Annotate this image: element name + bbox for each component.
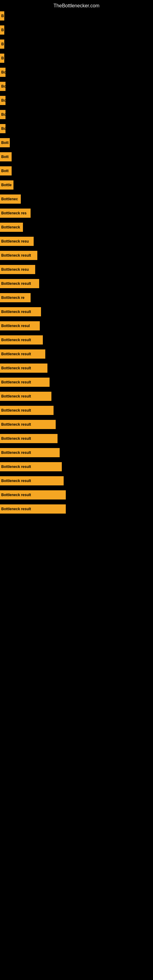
bar-label: Bottleneck result — [0, 335, 43, 345]
bar-row: Bottleneck re — [0, 291, 153, 304]
bar-label: B — [0, 40, 4, 49]
bar-label: B — [0, 25, 4, 35]
bar-label: Bottleneck re — [0, 293, 30, 302]
bar-label: Bottleneck result — [0, 307, 41, 317]
bar-row: Bottleneck result — [0, 305, 153, 318]
bar-row: Bottleneck result — [0, 446, 153, 460]
bar-row: Bott — [0, 150, 153, 164]
bar-row: Bottleneck result — [0, 418, 153, 431]
bar-label: Bottleneck resu — [0, 237, 33, 246]
bar-row: Bottleneck resul — [0, 319, 153, 332]
bar-row: Bottleneck result — [0, 432, 153, 445]
bar-row: Bo — [0, 94, 153, 107]
bar-row: Bottleneck result — [0, 347, 153, 361]
bar-row: Bottleneck resu — [0, 263, 153, 276]
bar-label: Bott — [0, 138, 10, 147]
bar-label: Bottleneck resu — [0, 265, 35, 274]
bar-label: Bo — [0, 110, 5, 119]
bar-label: Bottleneck result — [0, 251, 37, 260]
bar-label: Bottleneck res — [0, 208, 30, 218]
bar-label: Bottleneck result — [0, 490, 66, 500]
bar-row: B — [0, 9, 153, 23]
bar-row: B — [0, 51, 153, 65]
bar-label: Bo — [0, 96, 5, 105]
bar-row: Bott — [0, 136, 153, 150]
bar-label: Bo — [0, 68, 5, 77]
bar-label: B — [0, 54, 4, 63]
bars-container: BBBBBoBoBoBoBoBottBottBottBottleBottlene… — [0, 9, 153, 516]
bar-row: Bottleneck — [0, 221, 153, 234]
bar-label: Bott — [0, 152, 12, 161]
bar-label: Bottleneck result — [0, 364, 48, 373]
bar-row: Bottleneck result — [0, 375, 153, 389]
bar-row: Bottleneck result — [0, 333, 153, 347]
bar-label: Bottleneck result — [0, 448, 60, 457]
bar-row: Bottleneck result — [0, 361, 153, 375]
bar-label: Bottleneck result — [0, 406, 54, 415]
bar-label: Bottleneck — [0, 223, 23, 232]
bar-label: Bottleneck result — [0, 279, 39, 288]
bar-label: Bottlenec — [0, 194, 21, 204]
bar-row: Bo — [0, 80, 153, 93]
bar-label: Bottleneck resul — [0, 321, 40, 331]
bar-label: Bottleneck result — [0, 434, 57, 443]
bar-label: Bottleneck result — [0, 462, 62, 471]
bar-row: Bott — [0, 164, 153, 178]
bar-row: Bottleneck resu — [0, 235, 153, 248]
bar-label: Bottle — [0, 180, 13, 189]
bar-row: Bottlenec — [0, 192, 153, 206]
bar-label: Bo — [0, 124, 5, 133]
bar-label: Bottleneck result — [0, 378, 49, 387]
bar-row: B — [0, 23, 153, 37]
bar-label: Bottleneck result — [0, 504, 66, 514]
bar-row: Bottleneck result — [0, 390, 153, 403]
bar-label: Bottleneck result — [0, 476, 64, 485]
bar-row: Bottleneck res — [0, 207, 153, 220]
bar-label: Bottleneck result — [0, 350, 45, 359]
bar-row: Bottleneck result — [0, 474, 153, 488]
bar-label: Bo — [0, 82, 5, 91]
bar-label: Bottleneck result — [0, 420, 56, 429]
bar-row: Bottleneck result — [0, 249, 153, 262]
bar-label: Bott — [0, 166, 12, 175]
bar-row: B — [0, 37, 153, 51]
bar-row: Bo — [0, 108, 153, 121]
bar-row: Bottleneck result — [0, 460, 153, 474]
bar-label: Bottleneck result — [0, 392, 51, 401]
bar-row: Bottle — [0, 178, 153, 192]
bar-row: Bo — [0, 122, 153, 135]
bar-label: B — [0, 11, 4, 21]
bar-row: Bottleneck result — [0, 502, 153, 516]
bar-row: Bottleneck result — [0, 277, 153, 290]
bar-row: Bottleneck result — [0, 404, 153, 417]
bar-row: Bottleneck result — [0, 488, 153, 502]
bar-row: Bo — [0, 65, 153, 79]
